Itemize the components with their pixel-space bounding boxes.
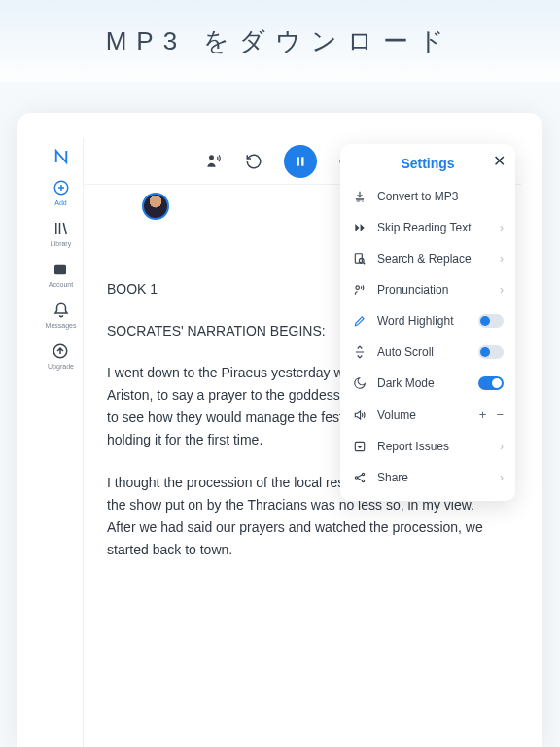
main-area: 2.5x BOOK 1 SOCRATES' NARRATION BEGINS: … <box>84 138 521 747</box>
sidebar-item-messages[interactable]: Messages <box>46 302 77 329</box>
sidebar-item-upgrade[interactable]: Upgrade <box>48 342 74 370</box>
settings-label: Search & Replace <box>377 252 490 266</box>
sidebar-label-upgrade: Upgrade <box>48 363 74 370</box>
auto-scroll-icon <box>352 345 368 359</box>
settings-item-volume[interactable]: Volume + − <box>340 399 515 431</box>
pause-button[interactable] <box>284 145 317 178</box>
rewind-icon[interactable] <box>245 153 262 170</box>
svg-point-12 <box>362 473 364 475</box>
svg-point-11 <box>355 477 357 479</box>
search-replace-icon <box>352 252 368 266</box>
narrator-avatar[interactable] <box>142 193 169 220</box>
promo-banner: MP3 をダウンロード <box>0 0 560 82</box>
volume-minus[interactable]: − <box>496 408 504 422</box>
svg-point-9 <box>356 286 360 290</box>
sidebar: Add Library Account Messages Upgrade <box>39 138 84 747</box>
settings-item-pronunciation[interactable]: Pronunciation › <box>340 274 515 305</box>
sidebar-label-library: Library <box>51 240 71 247</box>
settings-item-convert-mp3[interactable]: MP3 Convert to MP3 <box>340 181 515 212</box>
settings-label: Volume <box>377 409 470 422</box>
toggle-auto-scroll[interactable] <box>478 345 504 359</box>
settings-title: Settings <box>352 156 504 171</box>
sidebar-item-account[interactable]: Account <box>49 261 73 288</box>
settings-item-skip-text[interactable]: Skip Reading Text › <box>340 212 515 243</box>
sidebar-label-add: Add <box>54 199 66 206</box>
app-frame: Add Library Account Messages Upgrade <box>39 138 521 747</box>
share-icon <box>352 471 368 484</box>
logo-icon[interactable] <box>52 148 70 165</box>
settings-label: Pronunciation <box>377 283 490 297</box>
dark-mode-icon <box>352 376 368 390</box>
download-mp3-icon: MP3 <box>352 190 368 203</box>
settings-label: Skip Reading Text <box>377 221 490 234</box>
svg-text:MP3: MP3 <box>356 199 363 203</box>
volume-plus[interactable]: + <box>479 408 487 422</box>
settings-item-report[interactable]: Report Issues › <box>340 431 515 462</box>
settings-item-word-highlight[interactable]: Word Highlight <box>340 305 515 337</box>
svg-point-13 <box>362 480 364 481</box>
settings-item-share[interactable]: Share › <box>340 462 515 493</box>
settings-label: Auto Scroll <box>377 345 469 359</box>
report-icon <box>352 440 368 453</box>
toggle-word-highlight[interactable] <box>478 314 504 328</box>
volume-icon <box>352 409 368 422</box>
settings-label: Word Highlight <box>377 314 469 328</box>
chevron-right-icon: › <box>500 252 504 266</box>
sidebar-item-library[interactable]: Library <box>51 220 71 247</box>
sidebar-label-messages: Messages <box>46 322 77 329</box>
settings-label: Convert to MP3 <box>377 190 504 203</box>
chevron-right-icon: › <box>500 283 504 297</box>
svg-rect-1 <box>54 265 66 275</box>
settings-label: Share <box>377 471 490 484</box>
settings-item-dark-mode[interactable]: Dark Mode <box>340 368 515 399</box>
settings-label: Dark Mode <box>377 376 469 390</box>
pronunciation-icon <box>352 283 368 297</box>
chevron-right-icon: › <box>500 221 504 234</box>
highlight-icon <box>352 314 368 328</box>
settings-label: Report Issues <box>377 440 490 453</box>
settings-item-auto-scroll[interactable]: Auto Scroll <box>340 337 515 368</box>
settings-item-search-replace[interactable]: Search & Replace › <box>340 243 515 274</box>
sidebar-label-account: Account <box>49 281 73 288</box>
device-frame: Add Library Account Messages Upgrade <box>18 113 542 747</box>
svg-rect-5 <box>301 157 303 165</box>
banner-title: MP3 をダウンロード <box>106 24 455 58</box>
settings-panel: Settings ✕ MP3 Convert to MP3 Skip Readi… <box>340 144 515 501</box>
skip-icon <box>352 221 368 234</box>
chevron-right-icon: › <box>500 471 504 484</box>
close-icon[interactable]: ✕ <box>493 152 506 170</box>
toggle-dark-mode[interactable] <box>478 376 504 390</box>
voice-icon[interactable] <box>204 152 224 171</box>
svg-point-3 <box>209 155 214 160</box>
chevron-right-icon: › <box>500 440 504 453</box>
sidebar-item-add[interactable]: Add <box>52 179 70 206</box>
svg-rect-4 <box>297 157 298 165</box>
